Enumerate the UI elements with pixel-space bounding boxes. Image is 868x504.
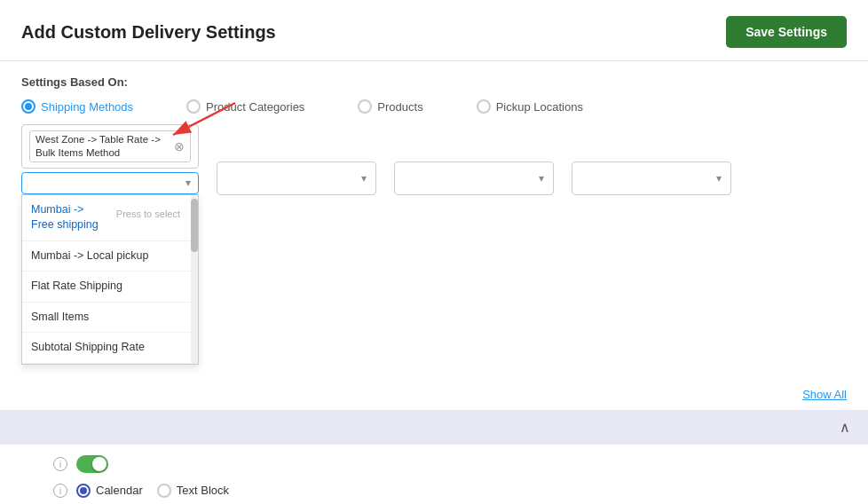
page-title: Add Custom Delivery Settings <box>21 22 276 43</box>
shipping-tag-input[interactable]: West Zone -> Table Rate -> Bulk Items Me… <box>21 124 199 169</box>
tag-text: West Zone -> Table Rate -> Bulk Items Me… <box>36 133 170 160</box>
product-categories-column: ▾ <box>217 161 376 195</box>
radio-row: Shipping Methods Product Categories Prod… <box>21 99 847 114</box>
settings-based-label: Settings Based On: <box>21 75 847 89</box>
tag-close-button[interactable]: ⊗ <box>174 140 185 153</box>
dropdown-item-label-3: Small Items <box>31 311 89 323</box>
toggle-section: i i Calendar Text Block <box>0 445 868 504</box>
radio-label-shipping-methods: Shipping Methods <box>41 100 133 114</box>
save-settings-button[interactable]: Save Settings <box>726 16 847 48</box>
calendar-label: Calendar <box>96 484 143 497</box>
scrollbar[interactable] <box>191 195 198 364</box>
dropdown-item-local-pickup[interactable]: Mumbai -> Local pickup <box>22 241 198 272</box>
dropdown-arrow-icon[interactable]: ▾ <box>185 177 191 189</box>
dropdown-item-subtotal-shipping[interactable]: Subtotal Shipping Rate <box>22 333 198 364</box>
dropdown-item-small-items[interactable]: Small Items <box>22 303 198 334</box>
toggle-knob-1 <box>92 457 107 471</box>
accordion-collapse-icon: ∧ <box>840 419 850 436</box>
dropdown-item-label-4: Subtotal Shipping Rate <box>31 341 145 353</box>
show-all-row: Show All <box>0 379 868 410</box>
body: Settings Based On: Shipping Methods Prod… <box>0 61 868 379</box>
radio-label-products: Products <box>377 100 422 114</box>
radio-option-text-block[interactable]: Text Block <box>157 484 229 498</box>
show-all-link[interactable]: Show All <box>802 388 847 401</box>
radio-circle-pickup-locations <box>477 99 491 114</box>
info-icon-1[interactable]: i <box>53 457 67 471</box>
page-container: Add Custom Delivery Settings Save Settin… <box>0 0 868 504</box>
radio-option-calendar[interactable]: Calendar <box>76 484 143 498</box>
radio-circle-calendar <box>76 484 91 498</box>
accordion-header[interactable]: ∧ <box>0 410 868 445</box>
scrollbar-thumb <box>191 199 198 252</box>
pickup-locations-dropdown[interactable]: ▾ <box>572 161 731 195</box>
radio-option-product-categories[interactable]: Product Categories <box>186 99 304 114</box>
dropdown-item-label-0: Mumbai -> Free shipping <box>31 202 107 233</box>
info-icon-2[interactable]: i <box>53 484 67 498</box>
text-block-label: Text Block <box>177 484 229 497</box>
shipping-search-input[interactable] <box>29 177 185 190</box>
radio-label-product-categories: Product Categories <box>206 100 304 114</box>
product-categories-arrow-icon: ▾ <box>361 172 367 185</box>
radio-circle-products <box>358 99 372 114</box>
shipping-methods-column: West Zone -> Table Rate -> Bulk Items Me… <box>21 124 199 365</box>
pickup-locations-arrow-icon: ▾ <box>716 172 722 185</box>
shipping-search-input-row[interactable]: ▾ <box>21 172 199 194</box>
radio-option-products[interactable]: Products <box>358 99 422 114</box>
shipping-method-tag: West Zone -> Table Rate -> Bulk Items Me… <box>29 130 191 162</box>
toggle-row-1: i <box>53 455 815 473</box>
radio-option-pickup-locations[interactable]: Pickup Locations <box>477 99 583 114</box>
toggle-row-2: i Calendar Text Block <box>53 484 815 498</box>
products-arrow-icon: ▾ <box>539 172 544 185</box>
dropdown-item-label-1: Mumbai -> Local pickup <box>31 249 148 262</box>
calendar-textblock-radio-row: Calendar Text Block <box>76 484 229 498</box>
radio-label-pickup-locations: Pickup Locations <box>496 100 583 114</box>
dropdown-item-flat-rate[interactable]: Flat Rate Shipping <box>22 272 198 303</box>
product-categories-dropdown[interactable]: ▾ <box>217 161 376 195</box>
dropdown-item-label-2: Flat Rate Shipping <box>31 280 122 292</box>
radio-circle-product-categories <box>186 99 201 114</box>
radio-option-shipping-methods[interactable]: Shipping Methods <box>21 99 133 114</box>
dropdowns-row: West Zone -> Table Rate -> Bulk Items Me… <box>21 124 847 365</box>
products-dropdown[interactable]: ▾ <box>394 161 554 195</box>
press-to-select-hint: Press to select <box>107 202 189 226</box>
dropdown-item-free-shipping[interactable]: Mumbai -> Free shipping Press to select <box>22 195 198 241</box>
products-column: ▾ <box>394 161 554 195</box>
radio-circle-text-block <box>157 484 171 498</box>
toggle-switch-1[interactable] <box>76 455 108 473</box>
pickup-locations-column: ▾ <box>572 161 731 195</box>
shipping-dropdown-list: Mumbai -> Free shipping Press to select … <box>21 194 199 365</box>
radio-circle-shipping-methods <box>21 99 36 114</box>
header: Add Custom Delivery Settings Save Settin… <box>0 0 868 61</box>
